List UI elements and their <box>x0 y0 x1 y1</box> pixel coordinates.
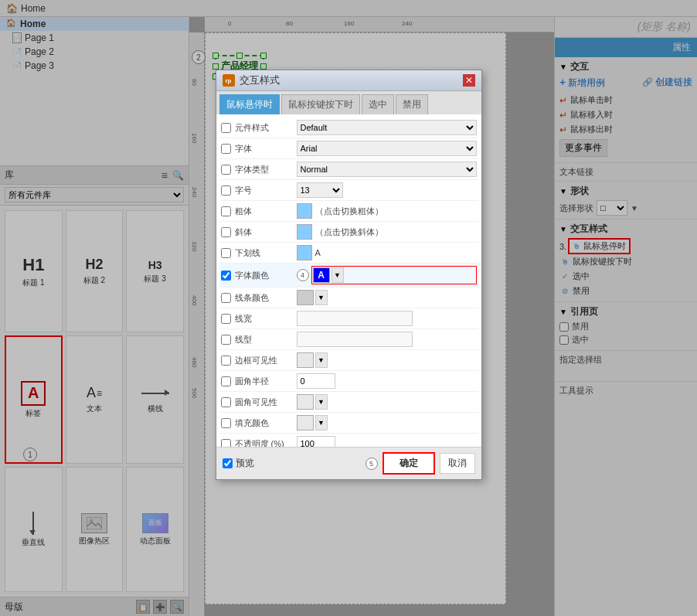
interaction-style-modal: rp 交互样式 ✕ 鼠标悬停时 鼠标按键按下时 选中 禁用 <box>216 70 482 480</box>
font-select[interactable]: Arial <box>297 141 477 156</box>
linecolor-swatch[interactable] <box>297 290 314 305</box>
opacity-checkbox[interactable] <box>221 439 231 448</box>
modal-row-fillcolor: 填充颜色 ▼ <box>219 413 478 434</box>
border-checkbox[interactable] <box>221 356 231 366</box>
linetype-checkbox[interactable] <box>221 335 231 345</box>
cancel-btn[interactable]: 取消 <box>440 453 475 474</box>
border-label: 边框可见性 <box>235 355 297 366</box>
modal-row-linetype: 线型 <box>219 329 478 350</box>
linewidth-label: 线宽 <box>235 313 297 325</box>
fillcolor-checkbox[interactable] <box>221 418 231 428</box>
tab-selected[interactable]: 选中 <box>362 94 394 114</box>
bold-checkbox[interactable] <box>221 206 231 216</box>
style-select[interactable]: Default <box>297 120 477 135</box>
modal-row-radiusvis: 圆角可见性 ▼ <box>219 392 478 413</box>
border-swatch <box>297 352 314 368</box>
fontcolor-label: 字体颜色 <box>235 270 297 281</box>
modal-row-font: 字体 Arial <box>219 138 478 159</box>
linewidth-checkbox[interactable] <box>221 314 231 324</box>
modal-row-italic: 斜体 （点击切换斜体） <box>219 222 478 243</box>
tab-mouse-hover[interactable]: 鼠标悬停时 <box>219 94 280 114</box>
fillcolor-dropdown[interactable]: ▼ <box>315 415 328 431</box>
modal-tabs: 鼠标悬停时 鼠标按键按下时 选中 禁用 <box>216 91 481 114</box>
underline-swatch <box>297 245 312 260</box>
fontsize-label: 字号 <box>235 185 297 196</box>
radiusvis-dropdown[interactable]: ▼ <box>315 394 328 410</box>
modal-row-fontcolor: 字体颜色 4 A ▼ <box>219 264 478 288</box>
step4-badge: 4 <box>297 269 309 281</box>
style-label: 元件样式 <box>235 122 297 134</box>
modal-row-bold: 粗体 （点击切换粗体） <box>219 201 478 222</box>
modal-row-radius: 圆角半径 <box>219 371 478 392</box>
underline-checkbox[interactable] <box>221 248 231 258</box>
modal-footer: 预览 5 确定 取消 <box>216 447 481 479</box>
modal-row-fonttype: 字体类型 Normal <box>219 159 478 180</box>
modal-logo: rp <box>223 74 235 87</box>
tab-mouse-down[interactable]: 鼠标按键按下时 <box>281 94 360 114</box>
radiusvis-checkbox[interactable] <box>221 397 231 407</box>
radius-checkbox[interactable] <box>221 376 231 386</box>
fontsize-select[interactable]: 13 <box>297 182 343 198</box>
preview-label: 预览 <box>236 457 254 470</box>
font-label: 字体 <box>235 143 297 155</box>
font-checkbox[interactable] <box>221 144 231 154</box>
bold-value: （点击切换粗体） <box>315 206 383 217</box>
radiusvis-swatch <box>297 394 314 410</box>
linecolor-label: 线条颜色 <box>235 292 297 304</box>
modal-row-linecolor: 线条颜色 ▼ <box>219 288 478 308</box>
modal-close-btn[interactable]: ✕ <box>463 74 475 87</box>
bold-swatch <box>297 203 312 219</box>
fonttype-label: 字体类型 <box>235 164 297 175</box>
radius-input[interactable] <box>297 373 335 389</box>
linetype-label: 线型 <box>235 334 297 345</box>
modal-row-fontsize: 字号 13 <box>219 180 478 201</box>
modal-row-linewidth: 线宽 <box>219 308 478 329</box>
fontcolor-swatch[interactable]: A <box>313 267 330 283</box>
modal-row-opacity: 不透明度 (%) <box>219 434 478 447</box>
tab-disabled[interactable]: 禁用 <box>396 94 428 114</box>
fontcolor-dropdown[interactable]: ▼ <box>332 267 344 283</box>
italic-swatch <box>297 224 312 240</box>
modal-row-style: 元件样式 Default <box>219 117 478 138</box>
modal-titlebar: rp 交互样式 ✕ <box>216 70 481 91</box>
linecolor-checkbox[interactable] <box>221 293 231 303</box>
confirm-btn[interactable]: 确定 <box>382 452 435 475</box>
italic-label: 斜体 <box>235 226 297 238</box>
radius-label: 圆角半径 <box>235 376 297 387</box>
fonttype-checkbox[interactable] <box>221 165 231 175</box>
preview-checkbox[interactable] <box>223 458 233 468</box>
modal-title: 交互样式 <box>240 73 280 87</box>
fonttype-select[interactable]: Normal <box>297 162 477 177</box>
radiusvis-label: 圆角可见性 <box>235 396 297 408</box>
style-checkbox[interactable] <box>221 123 231 133</box>
border-dropdown[interactable]: ▼ <box>315 352 328 368</box>
bold-label: 粗体 <box>235 206 297 217</box>
fontsize-checkbox[interactable] <box>221 185 231 196</box>
modal-row-underline: 下划线 A <box>219 243 478 264</box>
fillcolor-label: 填充颜色 <box>235 417 297 429</box>
underline-value: A <box>315 248 321 257</box>
step5-badge: 5 <box>366 458 378 470</box>
fontcolor-checkbox[interactable] <box>221 271 231 281</box>
modal-row-border: 边框可见性 ▼ <box>219 350 478 371</box>
modal-overlay: rp 交互样式 ✕ 鼠标悬停时 鼠标按键按下时 选中 禁用 <box>0 0 697 616</box>
linecolor-dropdown[interactable]: ▼ <box>315 290 328 305</box>
opacity-input[interactable] <box>297 436 335 447</box>
underline-label: 下划线 <box>235 247 297 259</box>
italic-checkbox[interactable] <box>221 227 231 237</box>
fillcolor-swatch[interactable] <box>297 415 314 431</box>
modal-body: 元件样式 Default 字体 Arial <box>216 114 481 447</box>
italic-value: （点击切换斜体） <box>315 226 383 238</box>
opacity-label: 不透明度 (%) <box>235 438 297 448</box>
